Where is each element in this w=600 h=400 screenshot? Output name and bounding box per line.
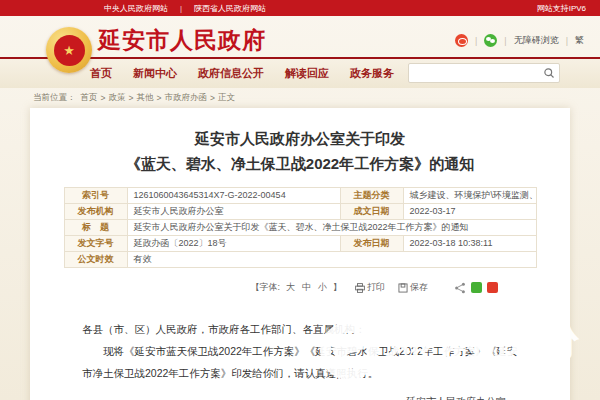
document-title: 延安市人民政府办公室关于印发 《蓝天、碧水、净土保卫战2022年工作方案》的通知 bbox=[30, 126, 570, 176]
header-divider: | bbox=[475, 36, 477, 46]
top-utility-bar: 中央人民政府网站 | 陕西省人民政府网站 网站支持IPV6 bbox=[0, 0, 600, 16]
breadcrumb-other[interactable]: 其他 bbox=[136, 92, 153, 104]
meta-value-validity: 有效 bbox=[127, 252, 536, 268]
national-emblem-inner: ★ bbox=[54, 35, 85, 66]
central-gov-link[interactable]: 中央人民政府网站 bbox=[104, 3, 168, 14]
font-size-suffix: 】 bbox=[333, 281, 342, 294]
traditional-chinese-toggle[interactable]: 繁 bbox=[575, 34, 584, 47]
document-body: 各县（市、区）人民政府，市政府各工作部门、各直属机构： 现将《延安市蓝天保卫战2… bbox=[82, 318, 518, 384]
font-size-large-button[interactable]: 大 bbox=[286, 281, 295, 294]
site-header: ★ 延安市人民政府 | | 无障碍浏览 | 繁 bbox=[0, 16, 600, 57]
breadcrumb-separator: > bbox=[101, 93, 106, 103]
wechat-icon[interactable] bbox=[484, 34, 497, 47]
print-label: 打印 bbox=[367, 281, 385, 294]
wechat-share-icon[interactable] bbox=[471, 282, 482, 293]
nav-item-services[interactable]: 政务服务 bbox=[350, 66, 394, 81]
meta-value-doc-no: 延政办函〔2022〕18号 bbox=[127, 236, 340, 252]
article-panel: 延安市人民政府办公室关于印发 《蓝天、碧水、净土保卫战2022年工作方案》的通知… bbox=[30, 108, 570, 400]
search-box bbox=[408, 63, 560, 83]
table-row: 公文时效 有效 bbox=[64, 252, 536, 268]
header-utilities: | | 无障碍浏览 | 繁 bbox=[455, 34, 584, 47]
breadcrumb-separator: > bbox=[128, 93, 133, 103]
meta-label-pub-date: 发布日期 bbox=[340, 236, 403, 252]
breadcrumb-home[interactable]: 首页 bbox=[81, 92, 98, 104]
meta-label-doc-no: 发文字号 bbox=[64, 236, 127, 252]
save-label: 保存 bbox=[410, 281, 428, 294]
site-title[interactable]: 延安市人民政府 bbox=[98, 25, 266, 56]
document-title-line2: 《蓝天、碧水、净土保卫战2022年工作方案》的通知 bbox=[30, 151, 570, 176]
search-input[interactable] bbox=[409, 68, 539, 78]
breadcrumb-current: 正文 bbox=[218, 92, 235, 104]
meta-label-title: 标 题 bbox=[64, 220, 127, 236]
page: 中央人民政府网站 | 陕西省人民政府网站 网站支持IPV6 ★ 延安市人民政府 … bbox=[0, 0, 600, 400]
save-button[interactable]: 保存 bbox=[398, 281, 428, 294]
meta-label-agency: 发布机构 bbox=[64, 204, 127, 220]
nav-item-home[interactable]: 首页 bbox=[90, 66, 112, 81]
font-size-prefix: 【字体: bbox=[250, 281, 280, 294]
table-row: 索引号 1261060043645314X7-G-2022-00454 主题分类… bbox=[64, 188, 536, 204]
breadcrumb-separator: > bbox=[156, 93, 161, 103]
breadcrumb-separator: > bbox=[210, 93, 215, 103]
meta-label-index: 索引号 bbox=[64, 188, 127, 204]
search-icon[interactable] bbox=[539, 64, 559, 82]
body-paragraph-main: 现将《延安市蓝天保卫战2022年工作方案》《延安市碧水保卫战2022年工作方案》… bbox=[82, 340, 518, 384]
meta-value-pub-date: 2022-03-18 10:38:11 bbox=[403, 236, 536, 252]
header-divider: | bbox=[566, 36, 568, 46]
main-nav: 首页 新闻中心 政府信息公开 解读回应 政务服务 走进延安 bbox=[0, 59, 600, 88]
meta-value-title: 延安市人民政府办公室关于印发《蓝天、碧水、净土保卫战2022年工作方案》的通知 bbox=[127, 220, 536, 236]
nav-item-interpretation[interactable]: 解读回应 bbox=[285, 66, 329, 81]
table-row: 发布机构 延安市人民政府办公室 成文日期 2022-03-17 bbox=[64, 204, 536, 220]
shaanxi-gov-link[interactable]: 陕西省人民政府网站 bbox=[194, 3, 266, 14]
meta-value-index: 1261060043645314X7-G-2022-00454 bbox=[127, 188, 340, 204]
breadcrumb-policy[interactable]: 政策 bbox=[108, 92, 125, 104]
ipv6-badge: 网站支持IPV6 bbox=[537, 3, 586, 14]
document-title-line1: 延安市人民政府办公室关于印发 bbox=[30, 126, 570, 151]
nav-item-info-disclosure[interactable]: 政府信息公开 bbox=[198, 66, 264, 81]
breadcrumb-office-letters[interactable]: 市政府办函 bbox=[164, 92, 207, 104]
topbar-divider: | bbox=[180, 4, 182, 13]
meta-value-agency: 延安市人民政府办公室 bbox=[127, 204, 340, 220]
print-button[interactable]: 打印 bbox=[355, 281, 385, 294]
header-divider: | bbox=[504, 36, 506, 46]
nav-item-news[interactable]: 新闻中心 bbox=[133, 66, 177, 81]
font-size-medium-button[interactable]: 中 bbox=[302, 281, 311, 294]
save-icon bbox=[398, 283, 408, 293]
weibo-icon[interactable] bbox=[455, 34, 468, 47]
meta-label-validity: 公文时效 bbox=[64, 252, 127, 268]
share-icon[interactable] bbox=[454, 282, 466, 294]
document-meta-table: 索引号 1261060043645314X7-G-2022-00454 主题分类… bbox=[64, 187, 537, 268]
breadcrumb-prefix: 当前位置： bbox=[33, 92, 76, 104]
table-row: 标 题 延安市人民政府办公室关于印发《蓝天、碧水、净土保卫战2022年工作方案》… bbox=[64, 220, 536, 236]
national-emblem-icon: ★ bbox=[46, 27, 92, 73]
font-size-small-button[interactable]: 小 bbox=[318, 281, 327, 294]
meta-label-topic: 主题分类 bbox=[340, 188, 403, 204]
meta-value-date-written: 2022-03-17 bbox=[403, 204, 536, 220]
document-signature: 延安市人民政府办公室 bbox=[94, 395, 506, 400]
breadcrumb: 当前位置： 首页 > 政策 > 其他 > 市政府办函 > 正文 bbox=[0, 88, 600, 108]
printer-icon bbox=[355, 283, 365, 293]
weibo-share-icon[interactable] bbox=[487, 282, 498, 293]
body-paragraph-salutation: 各县（市、区）人民政府，市政府各工作部门、各直属机构： bbox=[82, 318, 518, 340]
article-toolbar: 【字体: 大 中 小 】 打印 保存 bbox=[30, 281, 570, 294]
accessibility-link[interactable]: 无障碍浏览 bbox=[514, 34, 559, 47]
meta-value-topic: 城乡建设、环境保护\环境监测、保护与治理 bbox=[403, 188, 536, 204]
meta-label-date-written: 成文日期 bbox=[340, 204, 403, 220]
table-row: 发文字号 延政办函〔2022〕18号 发布日期 2022-03-18 10:38… bbox=[64, 236, 536, 252]
